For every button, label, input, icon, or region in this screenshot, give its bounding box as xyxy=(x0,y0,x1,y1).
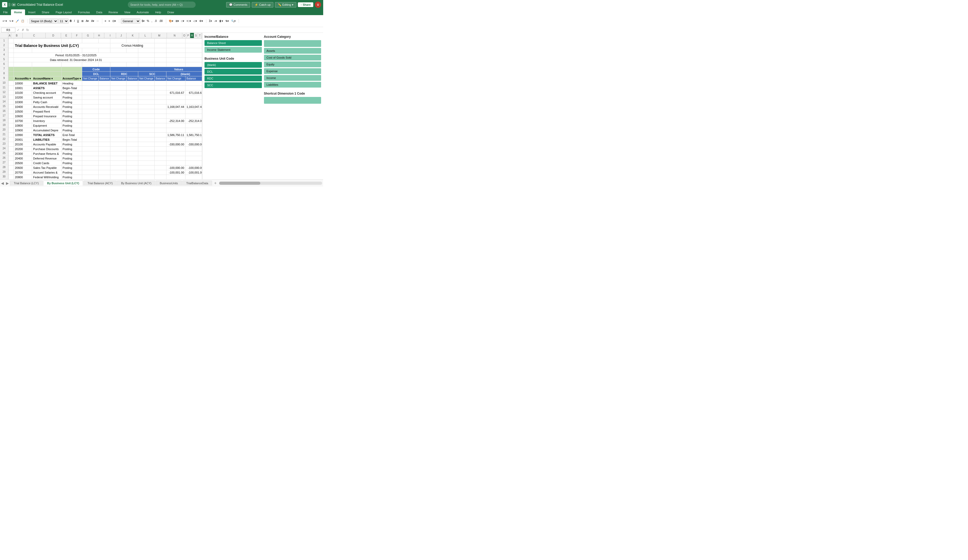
cell[interactable] xyxy=(126,119,138,123)
cell[interactable] xyxy=(154,170,166,175)
tab-nav-right[interactable]: ▶ xyxy=(5,181,10,185)
cell[interactable] xyxy=(98,48,110,53)
redo-button[interactable]: ↪ ▾ xyxy=(8,19,14,23)
cell[interactable] xyxy=(8,109,14,114)
period-cell[interactable]: Period: 01/01/2025 - 31/12/2025 xyxy=(14,53,138,58)
fill-button[interactable]: ↓▾ xyxy=(213,19,218,23)
cell[interactable] xyxy=(154,109,166,114)
acct-name-cell[interactable]: Equipment xyxy=(32,123,61,128)
cell[interactable] xyxy=(8,142,14,147)
acct-num-cell[interactable]: 20400 xyxy=(14,156,32,161)
acct-type-cell[interactable]: Posting xyxy=(61,119,82,123)
editing-button[interactable]: ✏️ Editing ▾ xyxy=(275,2,296,8)
income-statement-button[interactable]: Income Statement xyxy=(204,47,262,53)
cell[interactable] xyxy=(186,100,202,104)
cogs-button[interactable]: Cost of Goods Sold xyxy=(264,55,322,61)
cell[interactable] xyxy=(154,95,166,100)
cell[interactable] xyxy=(98,119,110,123)
cell[interactable] xyxy=(186,38,202,43)
cell[interactable] xyxy=(82,156,98,161)
cell[interactable] xyxy=(8,91,14,95)
cell[interactable] xyxy=(82,137,98,142)
cell[interactable] xyxy=(110,104,126,109)
cell[interactable] xyxy=(126,151,138,156)
cell[interactable] xyxy=(166,43,185,48)
cell[interactable] xyxy=(110,38,126,43)
cell[interactable] xyxy=(126,100,138,104)
cell[interactable] xyxy=(166,123,185,128)
table-format-button[interactable]: ⊞▾ xyxy=(174,19,180,23)
col-header-a[interactable]: A xyxy=(8,33,11,38)
cell[interactable] xyxy=(166,109,185,114)
cell[interactable] xyxy=(110,109,126,114)
cell[interactable] xyxy=(138,100,154,104)
acct-name-cell[interactable]: Accumulated Depre xyxy=(32,128,61,133)
cell[interactable] xyxy=(82,86,98,91)
cell[interactable] xyxy=(8,100,14,104)
search-input[interactable] xyxy=(128,2,196,8)
cell[interactable] xyxy=(98,133,110,137)
cell[interactable] xyxy=(138,104,154,109)
cell[interactable] xyxy=(110,114,126,119)
cell[interactable] xyxy=(154,165,166,170)
italic-button[interactable]: I xyxy=(73,19,76,23)
acctname-header[interactable]: AccountName ▾ xyxy=(32,76,61,81)
cell[interactable] xyxy=(186,53,202,58)
acct-type-cell[interactable]: End-Total xyxy=(61,133,82,137)
tab-formulas[interactable]: Formulas xyxy=(75,9,93,15)
currency-button[interactable]: $▾ xyxy=(141,19,146,23)
equity-button[interactable]: Equity xyxy=(264,61,322,67)
cell[interactable] xyxy=(98,91,110,95)
blank-net-val[interactable]: -330,000.00 xyxy=(166,142,185,147)
cell[interactable] xyxy=(166,95,185,100)
acct-type-cell[interactable]: Posting xyxy=(61,91,82,95)
col-header-h[interactable]: H xyxy=(94,33,104,38)
cell[interactable] xyxy=(8,43,14,48)
acct-name-cell[interactable]: Checking account xyxy=(32,91,61,95)
cell[interactable] xyxy=(126,81,138,86)
cell[interactable] xyxy=(126,137,138,142)
cell[interactable] xyxy=(82,81,98,86)
font-color-button[interactable]: A▾ xyxy=(90,19,95,23)
blank-net-val[interactable]: -100,001.00 xyxy=(166,170,185,175)
cell[interactable] xyxy=(154,58,166,62)
rdc-net-header[interactable]: Net Change xyxy=(110,76,126,81)
cell[interactable] xyxy=(138,53,154,58)
cell[interactable] xyxy=(110,119,126,123)
tab-file[interactable]: File xyxy=(0,9,11,15)
sheet-tab-trial-balance-acy[interactable]: Trial Balance (ACY) xyxy=(83,180,117,185)
sheet-tab-by-business-unit-lcy[interactable]: By Business Unit (LCY) xyxy=(43,180,83,185)
cell[interactable] xyxy=(98,128,110,133)
cell[interactable] xyxy=(82,142,98,147)
find-button[interactable]: 🔍▾ xyxy=(230,19,237,23)
cell[interactable] xyxy=(110,62,126,67)
col-header-c[interactable]: C xyxy=(23,33,46,38)
cell[interactable] xyxy=(82,147,98,151)
more-font-button[interactable]: ··· xyxy=(96,19,99,23)
cell[interactable] xyxy=(126,104,138,109)
cell[interactable] xyxy=(154,114,166,119)
cell[interactable] xyxy=(82,62,98,67)
cell[interactable] xyxy=(186,137,202,142)
blank-bal-val[interactable]: -330,000.00 xyxy=(186,142,202,147)
cell[interactable] xyxy=(98,38,110,43)
cell[interactable] xyxy=(8,170,14,175)
cell[interactable] xyxy=(126,133,138,137)
blank-bu-button[interactable]: (blank) xyxy=(204,62,262,68)
cell[interactable] xyxy=(82,104,98,109)
col-header-d[interactable]: D xyxy=(46,33,61,38)
liabilities-button[interactable]: Liabilities xyxy=(264,82,322,88)
cell[interactable] xyxy=(126,62,138,67)
cell-styles-button[interactable]: □▾ xyxy=(180,19,185,23)
cell[interactable] xyxy=(126,156,138,161)
blank-bal-val[interactable]: -252,314.00 xyxy=(186,119,202,123)
empty-shortcut-button[interactable] xyxy=(264,97,322,104)
cell[interactable] xyxy=(154,48,166,53)
cell[interactable] xyxy=(98,156,110,161)
cell[interactable] xyxy=(138,133,154,137)
cell[interactable] xyxy=(8,123,14,128)
acct-name-cell[interactable]: Prepaid Insurance xyxy=(32,114,61,119)
comma-button[interactable]: , xyxy=(151,19,153,23)
scc-bu-button[interactable]: SCC xyxy=(204,83,262,88)
cell[interactable] xyxy=(82,119,98,123)
